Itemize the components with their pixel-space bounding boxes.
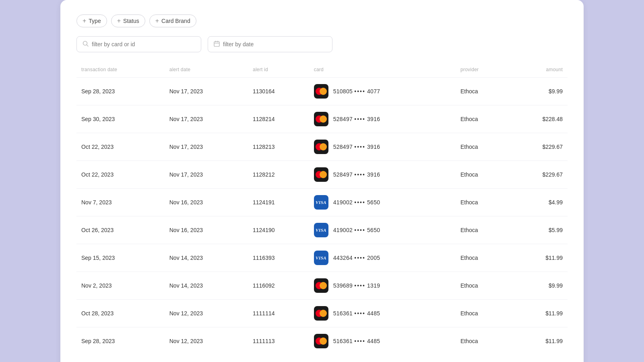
calendar-icon <box>214 41 220 48</box>
card-number: 419002 •••• 5650 <box>333 227 380 233</box>
mastercard-icon <box>314 84 328 99</box>
chip-plus-icon: + <box>83 17 86 25</box>
cell-alert-id: 1128214 <box>248 105 309 133</box>
visa-icon: VISA <box>314 251 328 265</box>
cell-card: VISA 419002 •••• 5650 <box>309 216 456 244</box>
table-row[interactable]: Sep 28, 2023 Nov 12, 2023 1111113 516361… <box>76 327 568 355</box>
cell-provider: Ethoca <box>456 161 510 189</box>
mastercard-icon <box>314 278 328 293</box>
cell-card: 516361 •••• 4485 <box>309 300 456 327</box>
mastercard-icon <box>314 306 328 321</box>
cell-alert-date: Nov 17, 2023 <box>165 133 248 161</box>
cell-transaction-date: Nov 7, 2023 <box>76 189 165 216</box>
chip-plus-icon: + <box>117 17 121 25</box>
chip-plus-icon: + <box>155 17 159 25</box>
chip-label: Status <box>123 18 139 24</box>
cell-transaction-date: Sep 28, 2023 <box>76 78 165 105</box>
mastercard-icon <box>314 167 328 182</box>
cell-alert-id: 1111113 <box>248 327 309 355</box>
cell-transaction-date: Oct 22, 2023 <box>76 133 165 161</box>
cell-provider: Ethoca <box>456 105 510 133</box>
cell-amount: $9.99 <box>510 272 568 300</box>
table-row[interactable]: Oct 22, 2023 Nov 17, 2023 1128213 528497… <box>76 133 568 161</box>
cell-alert-date: Nov 16, 2023 <box>165 216 248 244</box>
mastercard-icon <box>314 112 328 126</box>
card-number: 419002 •••• 5650 <box>333 199 380 206</box>
table-header: transaction date alert date alert id car… <box>76 64 568 78</box>
card-number: 516361 •••• 4485 <box>333 310 380 317</box>
visa-icon: VISA <box>314 195 328 210</box>
card-number: 443264 •••• 2005 <box>333 255 380 261</box>
cell-alert-date: Nov 17, 2023 <box>165 105 248 133</box>
col-alert-date: alert date <box>165 64 248 78</box>
card-search-box[interactable] <box>76 36 201 52</box>
card-number: 528497 •••• 3916 <box>333 116 380 122</box>
mastercard-icon <box>314 334 328 348</box>
filter-chips-row: +Type+Status+Card Brand <box>76 14 568 27</box>
mastercard-icon <box>314 140 328 154</box>
cell-card: VISA 443264 •••• 2005 <box>309 244 456 272</box>
table-row[interactable]: Oct 22, 2023 Nov 17, 2023 1128212 528497… <box>76 161 568 189</box>
cell-card: VISA 419002 •••• 5650 <box>309 189 456 216</box>
transactions-table: transaction date alert date alert id car… <box>76 64 568 355</box>
cell-alert-id: 1124190 <box>248 216 309 244</box>
cell-alert-id: 1116393 <box>248 244 309 272</box>
date-search-input[interactable] <box>223 41 326 47</box>
chip-type[interactable]: +Type <box>76 14 107 27</box>
cell-transaction-date: Sep 15, 2023 <box>76 244 165 272</box>
cell-transaction-date: Nov 2, 2023 <box>76 272 165 300</box>
cell-alert-date: Nov 14, 2023 <box>165 244 248 272</box>
cell-provider: Ethoca <box>456 327 510 355</box>
table-row[interactable]: Sep 28, 2023 Nov 17, 2023 1130164 510805… <box>76 78 568 105</box>
cell-amount: $229.67 <box>510 161 568 189</box>
chip-status[interactable]: +Status <box>111 14 145 27</box>
cell-alert-id: 1128213 <box>248 133 309 161</box>
chip-label: Type <box>89 18 101 24</box>
table-row[interactable]: Nov 2, 2023 Nov 14, 2023 1116092 539689 … <box>76 272 568 300</box>
cell-transaction-date: Sep 30, 2023 <box>76 105 165 133</box>
table-row[interactable]: Oct 26, 2023 Nov 16, 2023 1124190 VISA 4… <box>76 216 568 244</box>
card-number: 516361 •••• 4485 <box>333 338 380 344</box>
card-number: 510805 •••• 4077 <box>333 88 380 95</box>
card-number: 528497 •••• 3916 <box>333 144 380 150</box>
cell-provider: Ethoca <box>456 133 510 161</box>
col-amount: amount <box>510 64 568 78</box>
cell-amount: $11.99 <box>510 244 568 272</box>
cell-amount: $11.99 <box>510 300 568 327</box>
card-search-input[interactable] <box>92 41 195 47</box>
table-row[interactable]: Oct 28, 2023 Nov 12, 2023 1111114 516361… <box>76 300 568 327</box>
search-row <box>76 36 568 52</box>
visa-icon: VISA <box>314 223 328 237</box>
cell-provider: Ethoca <box>456 189 510 216</box>
col-alert-id: alert id <box>248 64 309 78</box>
card-number: 528497 •••• 3916 <box>333 171 380 178</box>
cell-amount: $229.67 <box>510 133 568 161</box>
cell-alert-date: Nov 12, 2023 <box>165 300 248 327</box>
table-body: Sep 28, 2023 Nov 17, 2023 1130164 510805… <box>76 78 568 355</box>
table-row[interactable]: Sep 15, 2023 Nov 14, 2023 1116393 VISA 4… <box>76 244 568 272</box>
cell-alert-date: Nov 17, 2023 <box>165 78 248 105</box>
cell-provider: Ethoca <box>456 272 510 300</box>
col-provider: provider <box>456 64 510 78</box>
cell-alert-date: Nov 12, 2023 <box>165 327 248 355</box>
cell-provider: Ethoca <box>456 78 510 105</box>
date-search-box[interactable] <box>208 36 332 52</box>
cell-card: 528497 •••• 3916 <box>309 161 456 189</box>
cell-transaction-date: Oct 28, 2023 <box>76 300 165 327</box>
cell-card: 528497 •••• 3916 <box>309 105 456 133</box>
cell-amount: $5.99 <box>510 216 568 244</box>
cell-alert-date: Nov 17, 2023 <box>165 161 248 189</box>
table-row[interactable]: Nov 7, 2023 Nov 16, 2023 1124191 VISA 41… <box>76 189 568 216</box>
chip-card-brand[interactable]: +Card Brand <box>149 14 196 27</box>
cell-transaction-date: Oct 26, 2023 <box>76 216 165 244</box>
cell-provider: Ethoca <box>456 300 510 327</box>
main-card: +Type+Status+Card Brand <box>60 0 584 362</box>
cell-alert-id: 1111114 <box>248 300 309 327</box>
cell-provider: Ethoca <box>456 216 510 244</box>
table-row[interactable]: Sep 30, 2023 Nov 17, 2023 1128214 528497… <box>76 105 568 133</box>
svg-rect-2 <box>214 42 219 47</box>
cell-transaction-date: Sep 28, 2023 <box>76 327 165 355</box>
cell-alert-date: Nov 14, 2023 <box>165 272 248 300</box>
card-number: 539689 •••• 1319 <box>333 282 380 289</box>
cell-amount: $11.99 <box>510 327 568 355</box>
